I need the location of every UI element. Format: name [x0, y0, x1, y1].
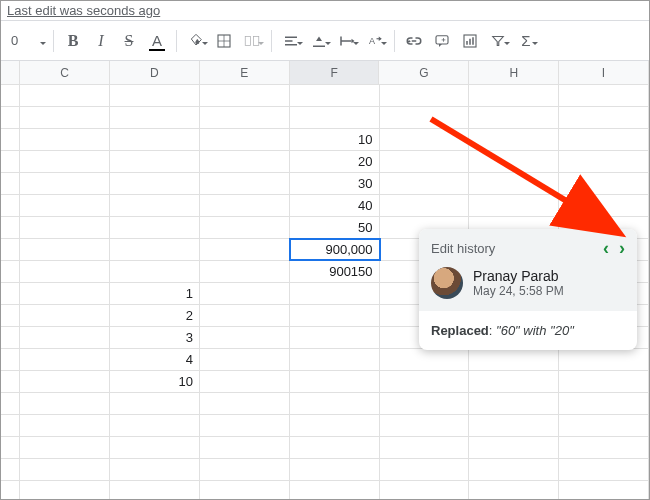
cell[interactable]: [200, 305, 290, 326]
cell[interactable]: [1, 261, 20, 282]
cell[interactable]: [20, 195, 110, 216]
cell[interactable]: [200, 437, 290, 458]
cell[interactable]: [110, 151, 200, 172]
cell[interactable]: [469, 481, 559, 500]
cell[interactable]: [1, 459, 20, 480]
cell[interactable]: [200, 283, 290, 304]
cell[interactable]: 10: [110, 371, 200, 392]
cell[interactable]: [1, 129, 20, 150]
cell[interactable]: [20, 107, 110, 128]
fill-color-button[interactable]: [183, 28, 209, 54]
cell[interactable]: [559, 459, 649, 480]
cell[interactable]: [200, 129, 290, 150]
cell[interactable]: [380, 173, 470, 194]
filter-button[interactable]: [485, 28, 511, 54]
cell[interactable]: [110, 173, 200, 194]
cell[interactable]: [290, 327, 380, 348]
cell[interactable]: [200, 261, 290, 282]
cell[interactable]: [469, 151, 559, 172]
cell[interactable]: [200, 415, 290, 436]
cell[interactable]: [1, 151, 20, 172]
cell[interactable]: [290, 283, 380, 304]
cell[interactable]: [469, 371, 559, 392]
cell[interactable]: [200, 107, 290, 128]
bold-button[interactable]: B: [60, 28, 86, 54]
cell[interactable]: [559, 371, 649, 392]
cell[interactable]: [110, 107, 200, 128]
cell[interactable]: [200, 239, 290, 260]
cell[interactable]: [559, 415, 649, 436]
cell[interactable]: [1, 173, 20, 194]
cell[interactable]: [380, 437, 470, 458]
cell[interactable]: [1, 415, 20, 436]
cell[interactable]: [290, 459, 380, 480]
cell[interactable]: [1, 393, 20, 414]
cell[interactable]: [20, 129, 110, 150]
cell[interactable]: [559, 129, 649, 150]
cell[interactable]: [200, 393, 290, 414]
cell[interactable]: [469, 393, 559, 414]
cell[interactable]: [1, 283, 20, 304]
cell[interactable]: [1, 195, 20, 216]
cell[interactable]: [1, 85, 20, 106]
merge-cells-button[interactable]: [239, 28, 265, 54]
cell[interactable]: 20: [290, 151, 380, 172]
cell[interactable]: [1, 349, 20, 370]
cell[interactable]: [290, 393, 380, 414]
cell[interactable]: [20, 415, 110, 436]
cell[interactable]: [1, 327, 20, 348]
italic-button[interactable]: I: [88, 28, 114, 54]
cell[interactable]: [380, 371, 470, 392]
cell[interactable]: [200, 327, 290, 348]
cell[interactable]: 2: [110, 305, 200, 326]
horizontal-align-button[interactable]: [278, 28, 304, 54]
cell[interactable]: [380, 393, 470, 414]
cell[interactable]: [559, 393, 649, 414]
cell[interactable]: [110, 85, 200, 106]
cell[interactable]: [1, 305, 20, 326]
cell[interactable]: [469, 195, 559, 216]
cell[interactable]: [200, 459, 290, 480]
cell[interactable]: [559, 107, 649, 128]
last-edit-link[interactable]: Last edit was seconds ago: [1, 1, 649, 21]
cell[interactable]: [380, 129, 470, 150]
cell[interactable]: [20, 349, 110, 370]
cell[interactable]: 900150: [290, 261, 380, 282]
cell[interactable]: 900,000: [290, 239, 380, 260]
cell[interactable]: [290, 107, 380, 128]
cell[interactable]: [559, 173, 649, 194]
cell[interactable]: [380, 85, 470, 106]
cell[interactable]: [469, 349, 559, 370]
cell[interactable]: 4: [110, 349, 200, 370]
cell[interactable]: [380, 349, 470, 370]
strikethrough-button[interactable]: S: [116, 28, 142, 54]
insert-link-button[interactable]: [401, 28, 427, 54]
cell[interactable]: [1, 437, 20, 458]
cell[interactable]: [1, 217, 20, 238]
column-header[interactable]: D: [110, 61, 200, 84]
cell[interactable]: [290, 349, 380, 370]
cell[interactable]: 10: [290, 129, 380, 150]
column-header[interactable]: C: [20, 61, 110, 84]
cell[interactable]: [290, 85, 380, 106]
cell[interactable]: [1, 239, 20, 260]
column-header[interactable]: G: [379, 61, 469, 84]
text-color-button[interactable]: A: [144, 28, 170, 54]
column-header[interactable]: H: [469, 61, 559, 84]
cell[interactable]: [20, 217, 110, 238]
column-header[interactable]: E: [200, 61, 290, 84]
cell[interactable]: [290, 371, 380, 392]
cell[interactable]: [20, 371, 110, 392]
cell[interactable]: [20, 151, 110, 172]
cell[interactable]: 1: [110, 283, 200, 304]
cell[interactable]: [290, 305, 380, 326]
cell[interactable]: [110, 459, 200, 480]
cell[interactable]: [380, 481, 470, 500]
zoom-dropdown[interactable]: 0: [7, 28, 47, 54]
cell[interactable]: [110, 393, 200, 414]
cell[interactable]: [20, 85, 110, 106]
cell[interactable]: [110, 239, 200, 260]
cell[interactable]: [469, 437, 559, 458]
cell[interactable]: [559, 195, 649, 216]
cell[interactable]: [110, 481, 200, 500]
